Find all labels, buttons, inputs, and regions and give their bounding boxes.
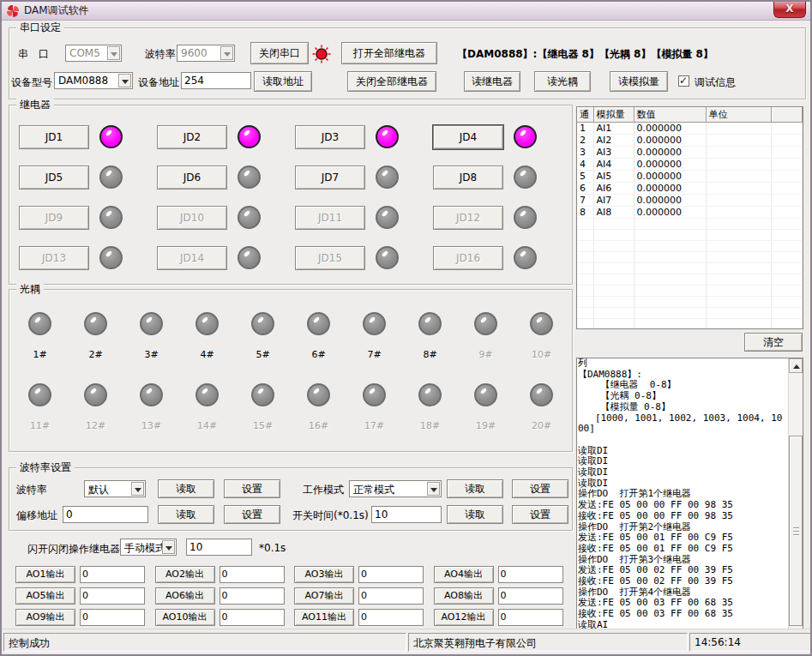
relay-indicator-led: [376, 166, 399, 189]
analog-table[interactable]: 通模拟量数值单位 1AI10.0000002AI20.0000003AI30.0…: [576, 106, 803, 329]
ao-output-cell: AO10输出: [155, 606, 295, 628]
close-port-button[interactable]: 关闭串口: [250, 42, 309, 64]
ao-output-button[interactable]: AO7输出: [294, 587, 354, 605]
relay-button[interactable]: JD3: [295, 125, 365, 149]
table-cell: [771, 123, 803, 135]
work-mode-read-button[interactable]: 读取: [447, 479, 503, 498]
opto-channel-label: 12#: [86, 420, 105, 431]
opto-channel-label: 4#: [200, 349, 214, 360]
table-cell: [634, 297, 706, 308]
work-mode-set-button[interactable]: 设置: [512, 479, 568, 498]
ao-output-button[interactable]: AO12输出: [434, 609, 494, 626]
flash-time-input[interactable]: [186, 539, 252, 556]
debug-info-checkbox[interactable]: [678, 75, 689, 87]
table-cell: 4: [577, 159, 593, 171]
ao-output-input[interactable]: [80, 566, 145, 583]
titlebar[interactable]: DAM调试软件: [2, 2, 810, 21]
ao-output-input[interactable]: [220, 566, 285, 583]
table-cell: 0.000000: [634, 159, 706, 171]
close-all-relays-button[interactable]: 关闭全部继电器: [347, 71, 436, 92]
baud-setting-select[interactable]: 默认: [84, 480, 146, 497]
table-cell: [706, 159, 771, 171]
ao-output-input[interactable]: [498, 566, 563, 583]
log-panel[interactable]: 列 【DAM0888】: 【继电器 0-8】 【光耦 0-8】 【模拟量 0-8…: [576, 358, 803, 641]
ao-output-input[interactable]: [80, 609, 145, 626]
analog-table-header-cell[interactable]: 模拟量: [593, 107, 634, 123]
open-all-relays-button[interactable]: 打开全部继电器: [341, 42, 437, 64]
ao-output-input[interactable]: [220, 609, 285, 626]
addr-input[interactable]: [181, 72, 251, 89]
ao-output-grid: AO1输出AO2输出AO3输出AO4输出AO5输出AO6输出AO7输出AO8输出…: [15, 563, 573, 630]
analog-table-header-cell[interactable]: 单位: [706, 107, 771, 123]
clear-button[interactable]: 清空: [744, 333, 803, 352]
relay-indicator-led: [99, 206, 123, 229]
relay-button[interactable]: JD14: [157, 246, 227, 270]
relay-button[interactable]: JD16: [433, 246, 503, 270]
relay-button[interactable]: JD15: [295, 246, 365, 270]
relay-button[interactable]: JD5: [19, 166, 89, 190]
relay-button[interactable]: JD6: [157, 166, 227, 190]
close-button[interactable]: X: [773, 1, 806, 18]
relay-button[interactable]: JD4: [433, 125, 503, 149]
ao-output-input[interactable]: [220, 587, 285, 605]
work-mode-select[interactable]: 正常模式: [349, 480, 442, 497]
table-cell: [634, 252, 706, 263]
baud-read-button[interactable]: 读取: [158, 479, 214, 498]
ao-output-button[interactable]: AO2输出: [155, 566, 215, 583]
ao-output-button[interactable]: AO8输出: [434, 587, 494, 605]
table-row: 6AI60.000000: [577, 183, 803, 195]
switch-time-input[interactable]: [371, 506, 442, 523]
ao-output-button[interactable]: AO4输出: [434, 566, 494, 583]
ao-output-button[interactable]: AO1输出: [15, 566, 75, 583]
read-relay-button[interactable]: 读继电器: [464, 71, 520, 92]
relay-button[interactable]: JD10: [157, 206, 227, 230]
table-cell: [771, 308, 803, 319]
offset-input[interactable]: [63, 506, 148, 523]
offset-set-button[interactable]: 设置: [224, 505, 280, 524]
log-scrollbar[interactable]: [788, 358, 803, 640]
ao-output-button[interactable]: AO9输出: [15, 609, 75, 626]
switch-time-read-button[interactable]: 读取: [447, 505, 503, 524]
port-select[interactable]: COM5: [65, 45, 122, 62]
relay-button[interactable]: JD1: [19, 125, 89, 149]
ao-output-input[interactable]: [358, 609, 424, 626]
ao-output-button[interactable]: AO11输出: [294, 609, 354, 626]
analog-table-header-cell[interactable]: 通: [577, 107, 593, 123]
read-analog-button[interactable]: 读模拟量: [610, 71, 668, 92]
scroll-up-arrow-icon[interactable]: [789, 358, 803, 373]
flash-mode-select[interactable]: 手动模式: [120, 539, 177, 556]
scrollbar-thumb[interactable]: [789, 436, 803, 626]
relay-button[interactable]: JD7: [295, 166, 365, 190]
opto-indicator-led: [28, 383, 51, 406]
table-cell: [771, 274, 803, 286]
ao-output-input[interactable]: [358, 566, 424, 583]
ao-output-button[interactable]: AO10输出: [155, 609, 215, 626]
offset-read-button[interactable]: 读取: [158, 505, 214, 524]
relay-cell: JD1: [19, 117, 157, 157]
model-select[interactable]: DAM0888: [54, 72, 133, 89]
opto-channel: 19#: [458, 373, 514, 444]
relay-button[interactable]: JD11: [295, 206, 365, 230]
relay-button[interactable]: JD2: [157, 125, 227, 149]
baud-select[interactable]: 9600: [177, 45, 235, 62]
ao-output-button[interactable]: AO5输出: [15, 587, 75, 605]
relay-button[interactable]: JD9: [19, 206, 89, 230]
relay-button[interactable]: JD12: [433, 206, 503, 230]
ao-output-input[interactable]: [80, 587, 145, 605]
ao-output-button[interactable]: AO3输出: [294, 566, 354, 583]
read-opto-button[interactable]: 读光耦: [534, 71, 591, 92]
ao-output-cell: AO3输出: [294, 563, 434, 585]
analog-table-header-cell[interactable]: 数值: [634, 107, 706, 123]
relay-button[interactable]: JD8: [433, 166, 503, 190]
ao-output-input[interactable]: [498, 587, 563, 605]
analog-table-header-cell[interactable]: [771, 107, 803, 123]
relay-button[interactable]: JD13: [19, 246, 89, 270]
switch-time-set-button[interactable]: 设置: [512, 505, 568, 524]
ao-output-input[interactable]: [498, 609, 563, 626]
read-addr-button[interactable]: 读取地址: [254, 71, 312, 92]
ao-output-button[interactable]: AO6输出: [155, 587, 215, 605]
ao-output-input[interactable]: [358, 587, 424, 605]
chevron-down-icon: [107, 46, 120, 60]
baud-set-button[interactable]: 设置: [224, 479, 280, 498]
opto-channel: 8#: [402, 302, 458, 373]
